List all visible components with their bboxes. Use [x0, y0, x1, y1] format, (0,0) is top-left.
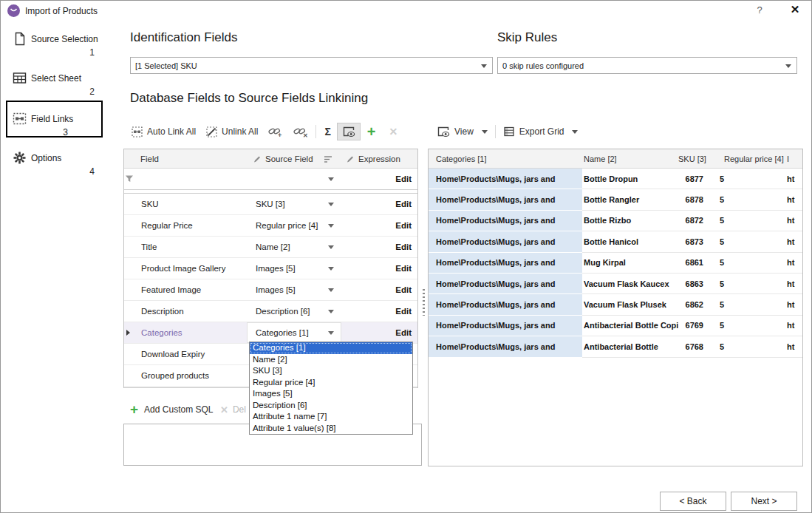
edit-expression-link[interactable]: Edit: [341, 307, 417, 316]
grid-column-header-clipped[interactable]: I: [783, 155, 802, 163]
db-field-name: Download Expiry: [134, 350, 247, 359]
auto-link-all-button[interactable]: Auto Link All: [126, 123, 201, 140]
field-link-row[interactable]: Title Name [2] Edit: [124, 237, 417, 258]
edit-expression-link[interactable]: Edit: [341, 328, 417, 337]
grid-column-header[interactable]: Name [2]: [582, 155, 678, 163]
preview-grid-row[interactable]: Home\Products\Mugs, jars and Bottle Hani…: [429, 231, 802, 252]
pencil-icon: [346, 155, 355, 163]
unlink-all-button[interactable]: Unlink All: [201, 123, 263, 140]
next-button[interactable]: Next >: [731, 492, 797, 511]
field-link-row[interactable]: SKU SKU [3] Edit: [124, 194, 417, 215]
price-cell: 5: [712, 316, 783, 336]
export-grid-button[interactable]: Export Grid: [498, 123, 584, 140]
chevron-down-icon: [328, 224, 334, 228]
sidebar-item-select-sheet[interactable]: Select Sheet 2: [13, 71, 101, 101]
image-url-cell-clipped: ht: [783, 336, 802, 357]
edit-expression-link[interactable]: Edit: [341, 200, 417, 208]
source-field-combo[interactable]: Description [6]: [247, 301, 341, 322]
filter-source-cell[interactable]: [247, 169, 341, 189]
sidebar-item-options[interactable]: Options 4: [13, 151, 101, 180]
field-link-row-selected[interactable]: Categories Categories [1] Edit: [124, 322, 417, 344]
expression-sigma-button[interactable]: Σ: [318, 126, 336, 138]
preview-grid-row[interactable]: Home\Products\Mugs, jars and Bottle Drop…: [429, 169, 802, 189]
panel-splitter[interactable]: [421, 149, 426, 466]
edit-expression-link[interactable]: Edit: [341, 264, 417, 273]
delete-custom-sql-button-disabled: ✕ Del: [220, 402, 246, 417]
category-cell: Home\Products\Mugs, jars and: [429, 169, 582, 189]
import-of-products-dialog: Import of Products ? ✕ Source Selection …: [0, 0, 812, 513]
source-field-combo[interactable]: Name [2]: [247, 237, 341, 257]
expression-header-label: Expression: [358, 155, 400, 163]
chevron-down-icon: [572, 130, 578, 134]
sidebar-item-label: Source Selection: [31, 34, 98, 44]
field-link-row[interactable]: Regular Price Regular price [4] Edit: [124, 215, 417, 237]
identification-fields-combo[interactable]: [1 Selected] SKU: [130, 57, 493, 74]
category-cell: Home\Products\Mugs, jars and: [429, 274, 582, 294]
dropdown-option[interactable]: Name [2]: [250, 354, 412, 366]
preview-grid-row[interactable]: Home\Products\Mugs, jars and Bottle Rizb…: [429, 211, 802, 231]
preview-toggle-button[interactable]: [337, 123, 361, 140]
edit-expression-link[interactable]: Edit: [341, 242, 417, 251]
edit-expression-link[interactable]: Edit: [341, 174, 417, 183]
current-row-arrow-icon: [126, 330, 130, 336]
source-field-value: Name [2]: [256, 242, 290, 251]
field-link-row[interactable]: Description Description [6] Edit: [124, 301, 417, 322]
image-url-cell-clipped: ht: [783, 253, 802, 274]
expression-column-header[interactable]: Expression: [341, 155, 417, 163]
remove-link-button[interactable]: ✕: [288, 123, 313, 141]
grid-column-header[interactable]: SKU [3]: [678, 155, 712, 163]
grid-column-header[interactable]: Regular price [4]: [712, 155, 783, 163]
field-link-row[interactable]: Product Image Gallery Images [5] Edit: [124, 258, 417, 279]
dropdown-option[interactable]: Regular price [4]: [250, 377, 412, 389]
skip-rules-value: 0 skip rules configured: [502, 61, 584, 70]
sidebar-item-source-selection[interactable]: Source Selection 1: [13, 32, 101, 61]
gear-icon: [13, 151, 27, 165]
field-column-header[interactable]: Field: [134, 155, 247, 163]
field-link-row[interactable]: Featured Image Images [5] Edit: [124, 279, 417, 301]
add-link-button[interactable]: +: [263, 123, 288, 141]
dropdown-option[interactable]: Images [5]: [250, 388, 412, 400]
sku-cell: 6769: [678, 316, 712, 336]
help-button[interactable]: ?: [751, 4, 768, 18]
dropdown-option[interactable]: SKU [3]: [250, 365, 412, 377]
dropdown-option[interactable]: Attribute 1 name [7]: [250, 411, 412, 423]
db-field-name: Description: [134, 307, 247, 316]
add-row-button[interactable]: +: [361, 125, 383, 138]
source-field-column-header[interactable]: Source Field: [247, 149, 341, 168]
source-field-combo[interactable]: Images [5]: [247, 258, 341, 279]
price-cell: 5: [712, 336, 783, 357]
sidebar-item-field-links[interactable]: Field Links 3: [13, 112, 101, 141]
grid-column-header[interactable]: Categories [1]: [429, 155, 582, 163]
close-icon[interactable]: ✕: [785, 3, 805, 18]
preview-grid-row[interactable]: Home\Products\Mugs, jars and Vacuum Flas…: [429, 294, 802, 315]
source-field-combo[interactable]: Regular price [4]: [247, 215, 341, 236]
source-field-combo[interactable]: SKU [3]: [247, 194, 341, 214]
filter-row[interactable]: Edit: [124, 169, 417, 190]
sidebar-item-label: Options: [31, 153, 61, 163]
identification-fields-value: [1 Selected] SKU: [135, 61, 197, 70]
dropdown-option[interactable]: Description [6]: [250, 400, 412, 412]
skip-rules-combo[interactable]: 0 skip rules configured: [497, 57, 797, 74]
image-url-cell-clipped: ht: [783, 294, 802, 315]
back-button[interactable]: < Back: [660, 492, 726, 511]
dropdown-option-selected[interactable]: Categories [1]: [250, 342, 412, 354]
preview-grid-row[interactable]: Home\Products\Mugs, jars and Bottle Rang…: [429, 189, 802, 210]
preview-grid-row[interactable]: Home\Products\Mugs, jars and Mug Kirpal …: [429, 253, 802, 274]
image-url-cell-clipped: ht: [783, 274, 802, 294]
source-field-combo[interactable]: Images [5]: [247, 279, 341, 300]
db-field-name: SKU: [134, 200, 247, 208]
dropdown-option[interactable]: Attribute 1 value(s) [8]: [250, 423, 412, 435]
add-custom-sql-button[interactable]: + Add Custom SQL: [130, 402, 213, 417]
step-number: 3: [31, 127, 68, 138]
edit-expression-link[interactable]: Edit: [341, 285, 417, 294]
price-cell: 5: [712, 274, 783, 294]
edit-expression-link[interactable]: Edit: [341, 221, 417, 230]
source-field-header-label: Source Field: [265, 155, 313, 163]
sku-cell: 6872: [678, 211, 712, 231]
preview-grid-row[interactable]: Home\Products\Mugs, jars and Antibacteri…: [429, 336, 802, 357]
source-field-combo-open[interactable]: Categories [1]: [247, 322, 341, 343]
image-url-cell-clipped: ht: [783, 169, 802, 189]
preview-grid-row[interactable]: Home\Products\Mugs, jars and Antibacteri…: [429, 316, 802, 336]
view-menu-button[interactable]: View: [431, 123, 493, 140]
preview-grid-row[interactable]: Home\Products\Mugs, jars and Vacuum Flas…: [429, 274, 802, 294]
